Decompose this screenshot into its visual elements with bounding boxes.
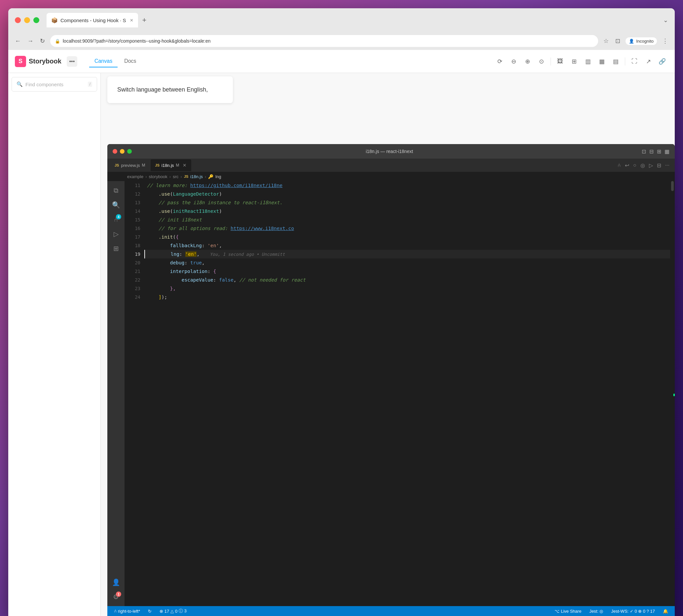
- close-button[interactable]: [15, 17, 21, 23]
- accounts-button[interactable]: 👤: [110, 576, 122, 588]
- notifications-status[interactable]: 🔔: [662, 609, 669, 614]
- code-content[interactable]: // learn more: https://github.com/i18nex…: [144, 181, 670, 606]
- grid-icon[interactable]: ⊞: [568, 56, 580, 67]
- toggle-panel-icon[interactable]: ⊟: [649, 148, 654, 155]
- source-control-icon[interactable]: ⑃: [618, 162, 621, 169]
- code-comment-11: // learn more:: [147, 183, 190, 188]
- line-num-17: 17: [124, 233, 144, 241]
- layout-icon[interactable]: ▦: [664, 148, 669, 155]
- vscode-activity-bar: ⧉ 🔍 ⑃ 4 ▷ ⊞ 👤 ⚙ 1: [107, 181, 124, 606]
- storybook-body: 🔍 Find components / Switch language betw…: [8, 73, 675, 616]
- more-options-button[interactable]: ⋮: [661, 36, 669, 46]
- tab-close-button[interactable]: ✕: [130, 18, 133, 23]
- forward-button[interactable]: →: [26, 36, 35, 46]
- docs-tab[interactable]: Docs: [119, 56, 141, 67]
- bc-lng[interactable]: lng: [215, 174, 221, 179]
- go-forward2-icon[interactable]: ◎: [640, 162, 645, 169]
- sidebar-button[interactable]: ⊡: [614, 36, 621, 46]
- fullscreen-icon[interactable]: ⛶: [629, 56, 640, 67]
- back-button[interactable]: ←: [14, 36, 22, 46]
- more-tab-actions-icon[interactable]: ···: [665, 162, 669, 169]
- jest-ws-label: Jest-WS: ✓ 0 ⊗ 0 ? 17: [611, 609, 655, 614]
- bc-storybook[interactable]: storybook: [149, 174, 167, 179]
- sync-status[interactable]: ↻: [146, 609, 153, 614]
- new-tab-button[interactable]: +: [139, 15, 149, 26]
- code-line-13: // pass the i18n instance to react-i18ne…: [144, 198, 670, 207]
- storybook-title: Storybook: [29, 58, 62, 65]
- bookmark-button[interactable]: ☆: [602, 36, 610, 46]
- run-debug-button[interactable]: ▷: [110, 228, 122, 240]
- active-browser-tab[interactable]: 📦 Components - Using Hook · S ✕: [47, 13, 138, 27]
- i18n-tab-close[interactable]: ✕: [183, 162, 187, 168]
- i18n-js-tab[interactable]: JS i18n.js M ✕: [151, 159, 191, 171]
- image-icon[interactable]: 🖼: [554, 56, 566, 67]
- line-num-20: 20: [124, 259, 144, 267]
- refresh-button[interactable]: ↻: [39, 36, 46, 46]
- settings-button[interactable]: ⚙ 1: [110, 591, 122, 603]
- tab-label: Components - Using Hook · S: [61, 18, 126, 23]
- minimize-button[interactable]: [24, 17, 30, 23]
- jest-status[interactable]: Jest: ◎: [588, 609, 605, 614]
- source-control-button[interactable]: ⑃ 4: [110, 214, 122, 225]
- go-forward-icon[interactable]: ○: [633, 162, 636, 169]
- storybook-more-button[interactable]: •••: [67, 56, 77, 67]
- storybook-sidebar: 🔍 Find components /: [8, 73, 101, 616]
- canvas-tab[interactable]: Canvas: [89, 56, 118, 67]
- layout-icon[interactable]: ▥: [582, 56, 594, 67]
- explorer-button[interactable]: ⧉: [110, 184, 122, 196]
- maximize-button[interactable]: [33, 17, 39, 23]
- live-share-status[interactable]: ⌥ Live Share: [553, 609, 583, 614]
- vscode-close-button[interactable]: [113, 149, 117, 154]
- code-area[interactable]: 11 12 13 14 15 16 17 18 19 20 21: [124, 181, 675, 606]
- line-num-22: 22: [124, 276, 144, 284]
- preview-js-tab[interactable]: JS preview.js M: [110, 159, 150, 171]
- storybook-toolbar: S Storybook ••• Canvas Docs ⟳ ⊖ ⊕ ⊙ 🖼 ⊞ …: [8, 50, 675, 73]
- errors-status[interactable]: ⊗ 17 △ 0 ⓘ 3: [158, 608, 188, 614]
- zoom-reset-icon[interactable]: ⊙: [536, 56, 547, 67]
- search-placeholder: Find components: [25, 82, 85, 87]
- vscode-layout-buttons: ⊡ ⊟ ⊞ ▦: [642, 148, 669, 155]
- bc-src[interactable]: src: [173, 174, 178, 179]
- tab-menu-button[interactable]: ⌄: [663, 17, 668, 24]
- sync-icon[interactable]: ⟳: [494, 56, 506, 67]
- split-view-icon[interactable]: ⊟: [657, 162, 661, 169]
- bell-icon: 🔔: [663, 609, 668, 614]
- extensions-button[interactable]: ⊞: [110, 243, 122, 255]
- go-back-icon[interactable]: ↩: [625, 162, 629, 169]
- vscode-titlebar: i18n.js — react-i18next ⊡ ⊟ ⊞ ▦: [107, 144, 675, 159]
- line-num-19: 19: [124, 250, 144, 259]
- warnings-label: △ 0: [170, 609, 177, 614]
- layout3-icon[interactable]: ▤: [610, 56, 621, 67]
- bc-example[interactable]: example: [127, 174, 143, 179]
- vscode-minimize-button[interactable]: [120, 149, 124, 154]
- js-badge: JS: [115, 163, 119, 167]
- link-icon[interactable]: 🔗: [656, 56, 668, 67]
- bc-i18n-js[interactable]: i18n.js: [190, 174, 203, 179]
- live-share-icon: ⌥: [554, 609, 560, 614]
- jest-ws-status[interactable]: Jest-WS: ✓ 0 ⊗ 0 ? 17: [610, 609, 656, 614]
- toggle-sidebar-icon[interactable]: ⊞: [657, 148, 661, 155]
- i18n-modified-badge: M: [176, 163, 179, 168]
- vscode-maximize-button[interactable]: [127, 149, 132, 154]
- bc-js-icon: JS: [184, 175, 188, 178]
- layout2-icon[interactable]: ▦: [596, 56, 608, 67]
- browser-window: 📦 Components - Using Hook · S ✕ + ⌄ ← → …: [8, 8, 675, 616]
- errors-label: ⊗ 17: [160, 609, 169, 614]
- zoom-out-icon[interactable]: ⊖: [508, 56, 520, 67]
- profile-area[interactable]: 👤 Incognito: [625, 37, 657, 45]
- zoom-in-icon[interactable]: ⊕: [522, 56, 533, 67]
- jest-label: Jest: ◎: [589, 609, 603, 614]
- url-bar[interactable]: 🔒 localhost:9009/?path=/story/components…: [50, 35, 598, 47]
- search-button[interactable]: 🔍: [110, 199, 122, 211]
- git-branch-status[interactable]: ⑃ right-to-left*: [113, 609, 141, 614]
- storybook-view-tabs: Canvas Docs: [89, 56, 142, 67]
- split-editor-icon[interactable]: ⊡: [642, 148, 646, 155]
- js-badge-active: JS: [155, 163, 160, 167]
- code-line-23: },: [144, 284, 670, 293]
- traffic-lights: [15, 17, 39, 23]
- open-external-icon[interactable]: ↗: [642, 56, 654, 67]
- find-components-search[interactable]: 🔍 Find components /: [12, 77, 97, 91]
- code-line-21: interpolation: {: [144, 267, 670, 276]
- scrollbar[interactable]: [670, 181, 675, 606]
- run-icon[interactable]: ▷: [649, 162, 653, 169]
